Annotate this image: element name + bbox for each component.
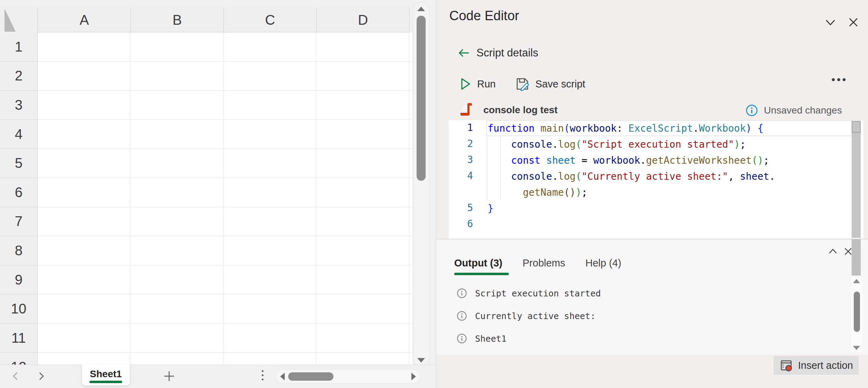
scroll-up-icon[interactable] — [417, 7, 425, 11]
column-header-d[interactable]: D — [317, 8, 410, 32]
grid-cell-a1[interactable] — [38, 32, 131, 62]
grid-cell-b11[interactable] — [131, 324, 223, 353]
grid-cell-d10[interactable] — [316, 294, 409, 324]
chevron-down-icon[interactable] — [823, 15, 837, 29]
output-scroll-down-icon[interactable] — [853, 346, 860, 350]
code-editor[interactable]: 1function main(workbook: ExcelScript.Wor… — [449, 120, 863, 239]
grid-cell-d9[interactable] — [316, 265, 409, 295]
grid-cell-c6[interactable] — [223, 178, 316, 207]
code-line[interactable]: 2 console.log("Script execution started"… — [449, 136, 863, 152]
grid-hscroll-thumb[interactable] — [288, 372, 333, 381]
grid-cell-d2[interactable] — [316, 62, 409, 91]
grid-cell-d8[interactable] — [316, 236, 409, 265]
code-text[interactable]: getName()); — [486, 184, 852, 200]
row-header-2[interactable]: 2 — [0, 62, 38, 91]
script-details-back[interactable]: Script details — [457, 46, 538, 60]
sheet-menu-icon[interactable] — [262, 370, 263, 380]
row-header-5[interactable]: 5 — [0, 149, 38, 178]
grid-cell-b3[interactable] — [131, 91, 223, 120]
code-line[interactable]: getName()); — [449, 184, 863, 200]
grid-horizontal-scrollbar[interactable] — [276, 369, 420, 384]
grid-vscroll-thumb[interactable] — [417, 16, 426, 181]
grid-cell-a9[interactable] — [38, 265, 131, 295]
grid-cell-a2[interactable] — [38, 62, 131, 91]
grid-cell-c1[interactable] — [223, 32, 316, 62]
row-header-9[interactable]: 9 — [0, 265, 38, 295]
scroll-right-icon[interactable] — [411, 373, 416, 380]
code-line[interactable]: 1function main(workbook: ExcelScript.Wor… — [449, 120, 863, 136]
code-text[interactable]: function main(workbook: ExcelScript.Work… — [486, 120, 852, 136]
code-text[interactable]: console.log("Script execution started"); — [486, 136, 852, 152]
code-line[interactable]: 5} — [449, 200, 863, 216]
grid-cell-b9[interactable] — [131, 265, 223, 295]
row-header-12[interactable]: 12 — [0, 353, 38, 365]
code-text[interactable]: console.log("Currently active sheet:", s… — [486, 168, 852, 184]
grid-cell-a4[interactable] — [38, 120, 131, 149]
grid-cell-c9[interactable] — [223, 265, 316, 295]
grid-cell-b7[interactable] — [131, 207, 223, 236]
code-line[interactable]: 6 — [449, 216, 863, 232]
row-header-7[interactable]: 7 — [0, 207, 38, 236]
grid-cell-a5[interactable] — [38, 149, 131, 178]
grid-cell-a11[interactable] — [38, 324, 131, 353]
code-text[interactable]: const sheet = workbook.getActiveWorkshee… — [486, 152, 852, 168]
grid-cell-c3[interactable] — [223, 91, 316, 120]
code-line[interactable]: 3 const sheet = workbook.getActiveWorksh… — [449, 152, 863, 168]
add-sheet-icon[interactable] — [162, 369, 176, 383]
grid-cell-a3[interactable] — [38, 91, 131, 120]
insert-action-button[interactable]: Insert action — [774, 356, 859, 375]
grid-cell-b12[interactable] — [131, 353, 223, 365]
grid-cell-d5[interactable] — [316, 149, 409, 178]
row-header-6[interactable]: 6 — [0, 178, 38, 207]
grid-cell-b6[interactable] — [131, 178, 223, 207]
grid-cell-d12[interactable] — [316, 353, 409, 365]
grid-cell-b4[interactable] — [131, 120, 223, 149]
grid-cell-c5[interactable] — [223, 149, 316, 178]
output-tab-help[interactable]: Help (4) — [585, 257, 621, 269]
row-header-4[interactable]: 4 — [0, 120, 38, 149]
grid-cell-b5[interactable] — [131, 149, 223, 178]
output-scroll-thumb[interactable] — [854, 292, 860, 332]
output-tab-output[interactable]: Output (3) — [454, 257, 503, 269]
scroll-left-icon[interactable] — [280, 373, 285, 380]
column-header-a[interactable]: A — [38, 8, 131, 32]
row-header-1[interactable]: 1 — [0, 32, 38, 62]
grid-cell-a6[interactable] — [38, 178, 131, 207]
more-options-button[interactable]: ••• — [831, 74, 848, 86]
select-all-corner[interactable] — [0, 8, 38, 33]
close-panel-icon[interactable] — [846, 15, 860, 29]
grid-cell-c8[interactable] — [223, 236, 316, 265]
grid-cell-c10[interactable] — [223, 294, 316, 324]
output-tab-problems[interactable]: Problems — [523, 257, 566, 269]
grid-cell-a10[interactable] — [38, 294, 131, 324]
grid-cell-d4[interactable] — [316, 120, 409, 149]
editor-scrollbar[interactable] — [852, 121, 861, 238]
run-button[interactable]: Run — [477, 78, 496, 90]
output-scroll-up-icon[interactable] — [853, 279, 860, 283]
column-header-c[interactable]: C — [224, 8, 317, 32]
grid-cell-c7[interactable] — [223, 207, 316, 236]
grid-cell-b10[interactable] — [131, 294, 223, 324]
row-header-8[interactable]: 8 — [0, 236, 38, 265]
grid-cell-c2[interactable] — [223, 62, 316, 91]
grid-cell-a7[interactable] — [38, 207, 131, 236]
row-header-10[interactable]: 10 — [0, 294, 38, 324]
grid-cell-c12[interactable] — [223, 353, 316, 365]
grid-cell-d3[interactable] — [316, 91, 409, 120]
grid-cell-d6[interactable] — [316, 178, 409, 207]
grid-cell-c11[interactable] — [223, 324, 316, 353]
scroll-down-icon[interactable] — [417, 358, 425, 363]
grid-cell-b8[interactable] — [131, 236, 223, 265]
grid-cell-d7[interactable] — [316, 207, 409, 236]
close-output-icon[interactable] — [842, 246, 854, 257]
grid-cell-a12[interactable] — [38, 353, 131, 365]
grid-cell-d11[interactable] — [316, 324, 409, 353]
code-line[interactable]: 4 console.log("Currently active sheet:",… — [449, 168, 863, 184]
output-scrollbar[interactable] — [851, 277, 863, 352]
grid-cell-d1[interactable] — [316, 32, 409, 62]
column-header-b[interactable]: B — [131, 8, 224, 32]
code-text[interactable] — [486, 216, 852, 232]
row-header-3[interactable]: 3 — [0, 91, 38, 120]
next-sheet-icon[interactable] — [36, 370, 46, 382]
row-header-11[interactable]: 11 — [0, 324, 38, 353]
